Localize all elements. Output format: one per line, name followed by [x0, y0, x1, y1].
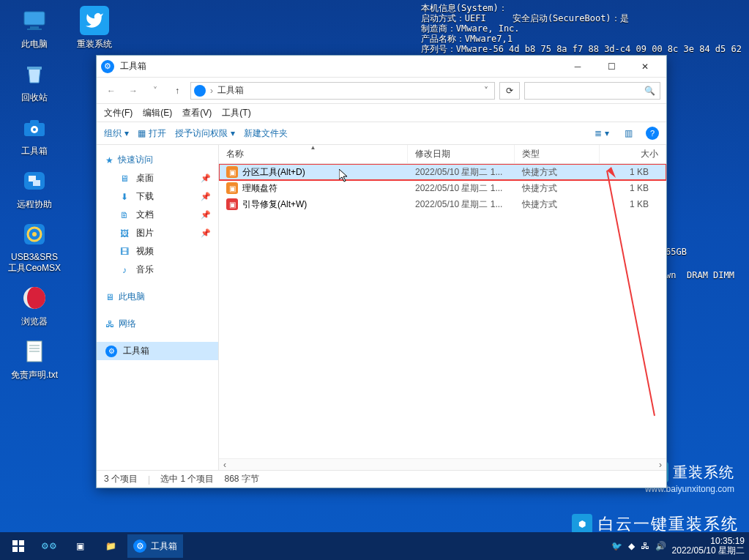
sidebar-item-desktop[interactable]: 🖥桌面📌 — [97, 169, 218, 187]
file-name: 引导修复(Alt+W) — [242, 198, 307, 211]
svg-rect-10 — [33, 180, 40, 186]
file-name: 理顺盘符 — [242, 182, 277, 195]
menu-view[interactable]: 查看(V) — [182, 107, 212, 119]
file-type: 快捷方式 — [515, 182, 600, 195]
file-date: 2022/05/10 星期二 1... — [408, 198, 515, 211]
menu-edit[interactable]: 编辑(E) — [143, 107, 172, 119]
svg-point-13 — [32, 232, 37, 236]
desktop-icon-label: 回收站 — [21, 92, 48, 104]
forward-button[interactable]: → — [124, 82, 142, 100]
scroll-right-icon[interactable]: › — [655, 460, 666, 470]
tray-shield-icon[interactable]: ◆ — [628, 541, 635, 551]
recent-dropdown[interactable]: ˅ — [146, 82, 164, 100]
col-type[interactable]: 类型 — [515, 145, 600, 163]
minimize-button[interactable]: ─ — [561, 56, 595, 77]
cmd-grant-access[interactable]: 授予访问权限▾ — [175, 127, 235, 140]
sidebar-item-videos[interactable]: 🎞视频 — [97, 242, 218, 261]
help-button[interactable]: ? — [646, 127, 659, 140]
scroll-left-icon[interactable]: ‹ — [219, 460, 231, 470]
pin-icon: 📌 — [201, 192, 211, 201]
desktop-icons: 此电脑 回收站 工具箱 远程协助 USB3&SRS 工具CeoMSX 浏览器 免… — [6, 6, 63, 381]
file-type: 快捷方式 — [515, 198, 600, 211]
recycle-icon — [20, 59, 49, 89]
desktop-icon-label: 浏览器 — [21, 316, 48, 328]
music-icon: ♪ — [119, 264, 130, 276]
breadcrumb[interactable]: 工具箱 — [217, 84, 244, 97]
address-dropdown[interactable]: ˅ — [481, 86, 491, 96]
svg-rect-2 — [27, 29, 42, 30]
up-button[interactable]: ↑ — [168, 82, 186, 100]
taskbar-explorer[interactable]: 📁 — [97, 534, 124, 558]
cmd-organize[interactable]: 组织▾ — [104, 127, 129, 140]
titlebar[interactable]: ⚙ 工具箱 ─ ☐ ✕ — [97, 56, 666, 78]
taskbar-terminal[interactable]: ▣ — [66, 534, 94, 558]
taskbar-gears[interactable]: ⚙⚙ — [35, 534, 63, 558]
start-button[interactable] — [4, 534, 32, 558]
desktop-icon-toolbox[interactable]: 工具箱 — [6, 113, 63, 157]
col-size[interactable]: 大小 — [600, 145, 666, 163]
preview-pane-button[interactable]: ▥ — [619, 124, 637, 142]
usb-icon — [20, 220, 49, 249]
shortcut-icon: ▣ — [226, 182, 238, 194]
tray-volume-icon[interactable]: 🔊 — [655, 541, 666, 551]
sidebar-item-music[interactable]: ♪音乐 — [97, 261, 218, 279]
desktop-icon-label: 重装系统 — [77, 38, 112, 51]
desktop-icon-reinstall[interactable]: 重装系统 — [66, 6, 123, 51]
brand-cube-icon: ⬢ — [572, 514, 592, 534]
sidebar-item-documents[interactable]: 🗎文档📌 — [97, 206, 218, 224]
desktop-icon-disclaimer[interactable]: 免责声明.txt — [6, 337, 63, 381]
status-selection: 选中 1 个项目 — [160, 473, 214, 485]
browser-icon — [20, 283, 49, 313]
system-tray[interactable]: 🐦 ◆ 🖧 🔊 10:35:19 2022/05/10 星期二 — [611, 537, 745, 556]
pics-icon: 🖼 — [119, 228, 130, 239]
file-row[interactable]: ▣理顺盘符 2022/05/10 星期二 1... 快捷方式 1 KB — [219, 180, 666, 196]
file-row[interactable]: ▣引导修复(Alt+W) 2022/05/10 星期二 1... 快捷方式 1 … — [219, 196, 666, 212]
cmd-new-folder[interactable]: 新建文件夹 — [244, 127, 288, 140]
address-bar[interactable]: › 工具箱 ˅ — [190, 82, 495, 100]
file-list-pane: ▲名称 修改日期 类型 大小 ▣分区工具(Alt+D) 2022/05/10 星… — [219, 145, 666, 470]
desktop-icon-label: 此电脑 — [21, 38, 48, 51]
desktop-icon-usb[interactable]: USB3&SRS 工具CeoMSX — [6, 220, 63, 275]
sidebar-item-pictures[interactable]: 🖼图片📌 — [97, 224, 218, 242]
desktop-icon-recyclebin[interactable]: 回收站 — [6, 59, 63, 104]
refresh-button[interactable]: ⟳ — [499, 82, 520, 100]
hscrollbar[interactable]: ‹› — [219, 458, 666, 470]
breadcrumb-sep: › — [210, 86, 213, 96]
desktop-icon-thispc[interactable]: 此电脑 — [6, 6, 63, 51]
svg-rect-5 — [30, 120, 39, 124]
sidebar-quick-access[interactable]: ★快速访问 — [97, 151, 218, 169]
toolbox-icon: ⚙ — [133, 540, 146, 553]
tray-network-icon[interactable]: 🖧 — [641, 541, 649, 551]
menu-file[interactable]: 文件(F) — [104, 107, 133, 119]
menu-tools[interactable]: 工具(T) — [222, 107, 250, 119]
maximize-button[interactable]: ☐ — [595, 56, 628, 77]
col-date[interactable]: 修改日期 — [408, 145, 515, 163]
search-box[interactable]: 🔍 — [524, 82, 660, 100]
tray-twitter-icon[interactable]: 🐦 — [611, 541, 622, 551]
explorer-window: ⚙ 工具箱 ─ ☐ ✕ ← → ˅ ↑ › 工具箱 ˅ ⟳ 🔍 文件(F) 编辑… — [96, 55, 667, 488]
cmd-open[interactable]: ▦打开 — [138, 127, 166, 140]
sidebar-thispc[interactable]: 🖥此电脑 — [97, 288, 218, 306]
file-size: 1 KB — [600, 199, 666, 209]
sidebar-network[interactable]: 🖧网络 — [97, 315, 218, 333]
sidebar-toolbox[interactable]: ⚙工具箱 — [97, 342, 218, 360]
cursor-icon — [339, 169, 349, 182]
window-icon: ⚙ — [101, 60, 114, 73]
back-button[interactable]: ← — [103, 82, 120, 100]
gears-icon: ⚙⚙ — [41, 541, 57, 551]
file-size: 1 KB — [600, 183, 666, 193]
col-name[interactable]: ▲名称 — [219, 145, 408, 163]
sidebar-item-downloads[interactable]: ⬇下载📌 — [97, 187, 218, 206]
desktop-icon-browser[interactable]: 浏览器 — [6, 283, 63, 328]
file-type: 快捷方式 — [515, 166, 600, 179]
desktop-icon-reinstall-wrap: 重装系统 — [66, 6, 123, 51]
taskbar-toolbox[interactable]: ⚙ 工具箱 — [127, 534, 183, 558]
file-rows: ▣分区工具(Alt+D) 2022/05/10 星期二 1... 快捷方式 1 … — [219, 164, 666, 470]
view-mode-button[interactable]: ≣ ▾ — [593, 124, 611, 142]
search-icon: 🔍 — [644, 86, 655, 96]
file-row[interactable]: ▣分区工具(Alt+D) 2022/05/10 星期二 1... 快捷方式 1 … — [219, 164, 666, 180]
close-button[interactable]: ✕ — [628, 56, 662, 77]
tray-clock[interactable]: 10:35:19 2022/05/10 星期二 — [672, 537, 745, 556]
svg-rect-21 — [12, 540, 18, 545]
desktop-icon-remote[interactable]: 远程协助 — [6, 166, 63, 211]
